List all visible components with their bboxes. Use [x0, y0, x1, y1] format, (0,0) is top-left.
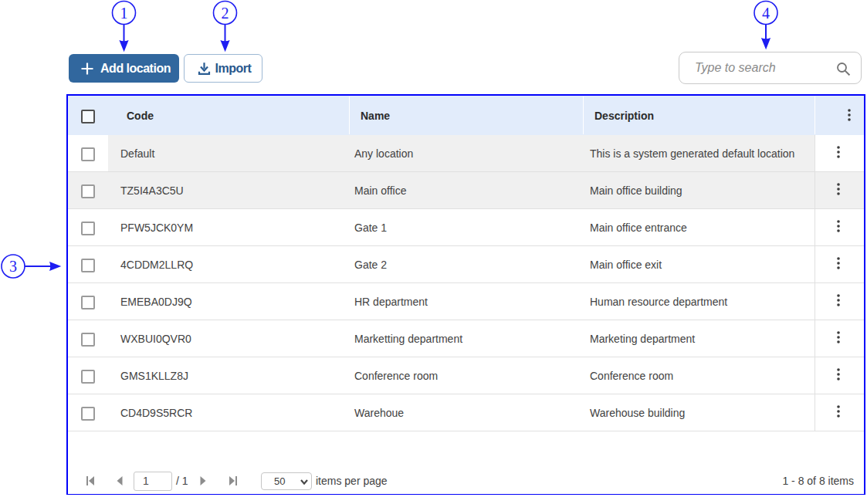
svg-text:3: 3	[9, 258, 17, 275]
svg-text:1: 1	[120, 5, 128, 22]
svg-text:4: 4	[762, 5, 770, 22]
svg-text:2: 2	[222, 5, 229, 22]
